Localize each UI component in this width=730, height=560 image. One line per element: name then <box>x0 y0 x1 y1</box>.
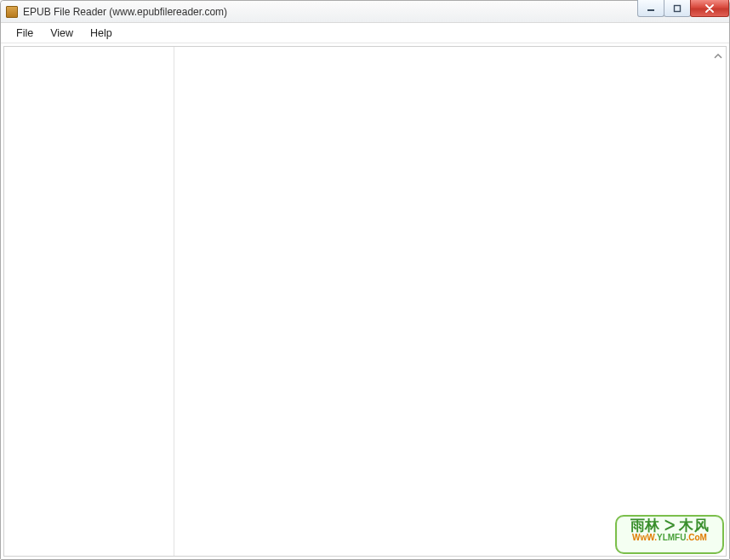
content-pane[interactable] <box>174 47 726 556</box>
svg-rect-1 <box>675 5 681 11</box>
scrollbar-up-button[interactable] <box>712 49 724 64</box>
client-area <box>1 43 729 559</box>
window-title: EPUB File Reader (www.epubfilereader.com… <box>23 6 227 18</box>
maximize-button[interactable] <box>664 0 691 17</box>
maximize-icon <box>673 4 682 13</box>
window-controls <box>638 0 729 17</box>
chevron-up-icon <box>714 52 722 60</box>
minimize-icon <box>647 4 655 13</box>
minimize-button[interactable] <box>637 0 664 17</box>
menu-file[interactable]: File <box>8 25 42 42</box>
sidebar-pane[interactable] <box>4 47 174 556</box>
title-bar[interactable]: EPUB File Reader (www.epubfilereader.com… <box>1 1 729 23</box>
app-icon <box>6 6 18 18</box>
main-panel <box>3 46 727 557</box>
menu-bar: File View Help <box>1 23 729 43</box>
menu-help[interactable]: Help <box>82 25 121 42</box>
close-button[interactable] <box>690 0 729 17</box>
svg-rect-0 <box>647 9 654 11</box>
menu-view[interactable]: View <box>42 25 82 42</box>
application-window: EPUB File Reader (www.epubfilereader.com… <box>0 0 730 560</box>
close-icon <box>704 4 715 13</box>
